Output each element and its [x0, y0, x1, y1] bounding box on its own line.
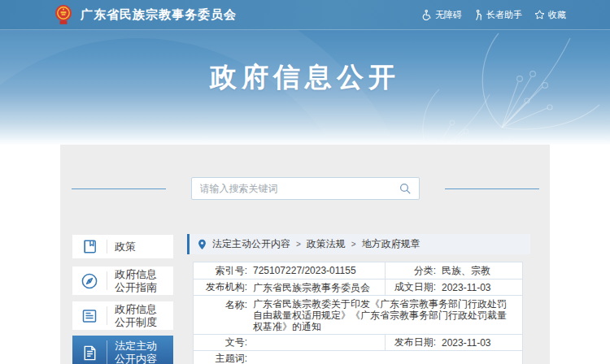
- table-cell-category: 分类: 民族、宗教: [385, 262, 522, 279]
- sidebar-item-label: 政府信息公开制度: [107, 303, 159, 329]
- table-cell-index-number: 索引号: 725107227/2023-01155: [194, 262, 385, 279]
- location-pin-icon: [198, 239, 207, 250]
- table-cell-written-date: 成文日期: 2023-11-03: [385, 280, 522, 295]
- site-title: 广东省民族宗教事务委员会: [81, 7, 237, 23]
- decorative-line-left: [72, 188, 166, 189]
- table-cell-keywords: 主题词:: [194, 351, 522, 364]
- topbar-links: 无障碍 长者助手 收藏: [422, 9, 566, 21]
- document-icon: [72, 344, 107, 362]
- field-value: 725107227/2023-01155: [253, 265, 363, 276]
- favorite-label: 收藏: [548, 9, 566, 21]
- field-value: 广东省民族宗教委关于印发《广东省宗教事务部门行政处罚自由裁量权适用规定》《广东省…: [253, 298, 522, 332]
- sidebar-item-policy[interactable]: 政策: [72, 235, 173, 258]
- search-box: [191, 177, 420, 200]
- document-list-icon: [72, 306, 107, 326]
- field-value: 2023-11-03: [442, 337, 498, 349]
- elder-icon: [474, 10, 483, 20]
- sidebar-item-disclosure-guide[interactable]: 政府信息公开指南: [72, 266, 173, 295]
- page: 广东省民族宗教事务委员会 无障碍 长者助手: [0, 0, 610, 364]
- table-cell-issuing-agency: 发布机构: 广东省民族宗教事务委员会: [194, 280, 385, 295]
- banner: 政府信息公开: [0, 30, 610, 145]
- breadcrumb-separator: >: [351, 240, 356, 249]
- field-label: 文号:: [194, 336, 247, 349]
- search-input[interactable]: [200, 183, 399, 194]
- breadcrumb: 法定主动公开内容 > 政策法规 > 地方政府规章: [187, 234, 530, 254]
- sidebar-item-label: 政府信息公开指南: [107, 268, 159, 294]
- field-value: 2023-11-03: [442, 282, 498, 293]
- elder-assistant-label: 长者助手: [486, 9, 522, 21]
- field-label: 索引号:: [194, 264, 247, 278]
- sidebar-item-label: 政策: [107, 240, 159, 254]
- sidebar-item-label: 法定主动公开内容: [107, 340, 159, 364]
- table-row: 文号: 发布日期: 2023-11-03: [194, 334, 522, 350]
- field-value: 广东省民族宗教事务委员会: [253, 282, 377, 293]
- field-label: 名称:: [194, 298, 247, 312]
- table-cell-document-number: 文号:: [194, 335, 385, 350]
- star-icon: [534, 10, 545, 20]
- detail-table: 索引号: 725107227/2023-01155 分类: 民族、宗教 发布机构…: [193, 262, 523, 364]
- field-value: 民族、宗教: [442, 265, 497, 276]
- field-label: 发布日期:: [386, 336, 436, 349]
- table-row: 索引号: 725107227/2023-01155 分类: 民族、宗教: [194, 262, 522, 279]
- field-label: 分类:: [386, 264, 436, 278]
- breadcrumb-item[interactable]: 法定主动公开内容: [212, 237, 290, 251]
- field-label: 主题词:: [194, 352, 247, 364]
- field-label: 成文日期:: [386, 280, 436, 294]
- search-icon[interactable]: [399, 183, 411, 194]
- table-cell-title: 名称: 广东省民族宗教委关于印发《广东省宗教事务部门行政处罚自由裁量权适用规定》…: [194, 296, 522, 334]
- breadcrumb-item[interactable]: 政策法规: [307, 237, 346, 251]
- wheelchair-icon: [422, 10, 432, 20]
- table-row: 主题词:: [194, 350, 522, 364]
- field-label: 发布机构:: [194, 280, 247, 294]
- breadcrumb-separator: >: [296, 240, 301, 249]
- sidebar-item-disclosure-system[interactable]: 政府信息公开制度: [72, 301, 173, 330]
- content-card: 政策 政府信息公开指南: [60, 145, 550, 364]
- decorative-line-right: [445, 188, 539, 189]
- book-icon: [72, 237, 107, 256]
- table-row: 发布机构: 广东省民族宗教事务委员会 成文日期: 2023-11-03: [194, 279, 522, 295]
- topbar: 广东省民族宗教事务委员会 无障碍 长者助手: [0, 0, 610, 30]
- breadcrumb-item[interactable]: 地方政府规章: [362, 237, 420, 251]
- search-section: [60, 177, 550, 200]
- elder-assistant-link[interactable]: 长者助手: [474, 9, 522, 21]
- accessibility-link[interactable]: 无障碍: [422, 9, 462, 21]
- page-title: 政府信息公开: [0, 30, 610, 96]
- national-emblem-icon: [54, 4, 73, 25]
- table-row: 名称: 广东省民族宗教委关于印发《广东省宗教事务部门行政处罚自由裁量权适用规定》…: [194, 295, 522, 334]
- compass-icon: [72, 271, 107, 291]
- sidebar-item-statutory-disclosure[interactable]: 法定主动公开内容: [72, 336, 173, 364]
- table-cell-publish-date: 发布日期: 2023-11-03: [385, 335, 522, 350]
- accessibility-label: 无障碍: [435, 9, 462, 21]
- favorite-link[interactable]: 收藏: [534, 9, 566, 21]
